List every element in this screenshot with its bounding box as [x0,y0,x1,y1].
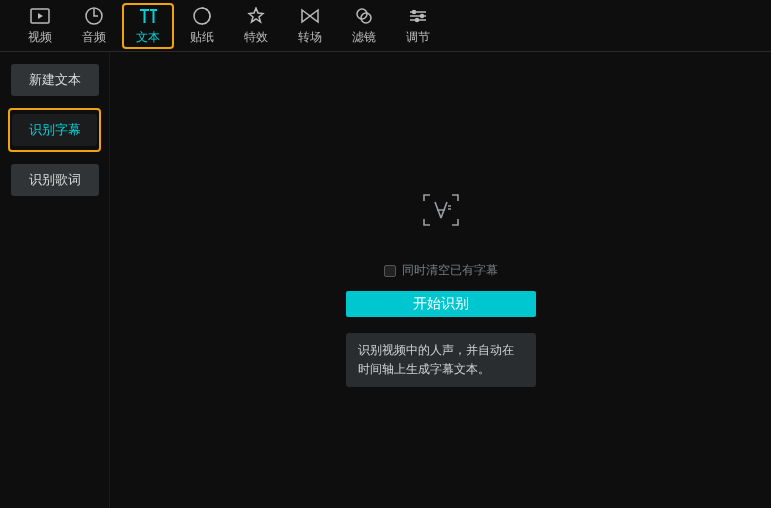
nav-label: 视频 [28,29,52,46]
top-nav: 视频 音频 文本 贴纸 特效 转场 滤镜 [0,0,771,52]
nav-item-fx[interactable]: 特效 [230,3,282,49]
sidebar-highlight: 识别字幕 [8,108,101,152]
start-recognize-button[interactable]: 开始识别 [346,291,536,317]
sidebar: 新建文本 识别字幕 识别歌词 [0,52,110,508]
sidebar-item-recognize-subtitle[interactable]: 识别字幕 [12,114,97,146]
caption-scan-icon [421,192,461,228]
sidebar-item-new-text[interactable]: 新建文本 [11,64,99,96]
sticker-icon [193,6,211,26]
audio-icon [85,6,103,26]
nav-item-video[interactable]: 视频 [14,3,66,49]
clear-subtitles-checkbox[interactable]: 同时清空已有字幕 [384,262,498,279]
nav-label: 滤镜 [352,29,376,46]
text-icon [138,6,158,26]
transition-icon [300,6,320,26]
nav-label: 文本 [136,29,160,46]
checkbox-box [384,265,396,277]
nav-label: 调节 [406,29,430,46]
filter-icon [355,6,373,26]
main-panel: 同时清空已有字幕 开始识别 识别视频中的人声，并自动在时间轴上生成字幕文本。 [110,52,771,508]
checkbox-label: 同时清空已有字幕 [402,262,498,279]
svg-point-7 [416,18,419,21]
nav-item-transition[interactable]: 转场 [284,3,336,49]
nav-label: 贴纸 [190,29,214,46]
hint-text: 识别视频中的人声，并自动在时间轴上生成字幕文本。 [346,333,536,387]
svg-point-2 [194,8,210,24]
nav-item-audio[interactable]: 音频 [68,3,120,49]
svg-point-5 [413,10,416,13]
fx-icon [247,6,265,26]
sidebar-item-label: 新建文本 [29,71,81,89]
nav-label: 转场 [298,29,322,46]
nav-item-filter[interactable]: 滤镜 [338,3,390,49]
nav-label: 特效 [244,29,268,46]
nav-label: 音频 [82,29,106,46]
sidebar-item-recognize-lyrics[interactable]: 识别歌词 [11,164,99,196]
nav-item-sticker[interactable]: 贴纸 [176,3,228,49]
adjust-icon [408,6,428,26]
video-icon [30,6,50,26]
sidebar-item-label: 识别歌词 [29,171,81,189]
start-button-label: 开始识别 [413,295,469,311]
nav-item-adjust[interactable]: 调节 [392,3,444,49]
svg-point-6 [421,14,424,17]
sidebar-item-label: 识别字幕 [29,121,81,139]
nav-item-text[interactable]: 文本 [122,3,174,49]
